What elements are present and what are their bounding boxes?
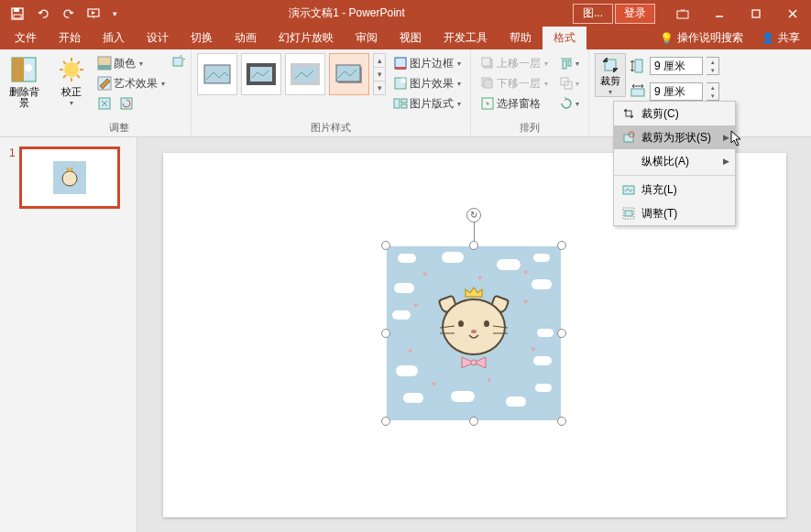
resize-handle-bl[interactable] [381, 417, 390, 426]
ribbon-options-button[interactable] [664, 0, 701, 27]
resize-handle-tr[interactable] [557, 241, 566, 250]
menu-aspect-ratio[interactable]: 纵横比(A) ▶ [614, 149, 735, 173]
selected-picture[interactable]: ♥ ♥ ♥ ♥ ♥ ♥ ♥ ♥ ♥ [387, 246, 561, 420]
style-simple-frame[interactable] [197, 53, 237, 95]
resize-handle-tl[interactable] [381, 241, 390, 250]
tab-help[interactable]: 帮助 [499, 27, 542, 49]
corrections-icon [57, 55, 86, 84]
maximize-button[interactable] [738, 0, 774, 27]
height-spinner[interactable]: ▴▾ [707, 57, 719, 75]
corrections-button[interactable]: 校正 ▾ [53, 53, 90, 117]
svg-rect-44 [484, 80, 492, 88]
quick-access-toolbar: ▾ [0, 2, 121, 26]
change-picture-icon[interactable] [172, 55, 185, 68]
menu-crop[interactable]: 裁剪(C) [614, 102, 735, 125]
svg-point-12 [64, 62, 79, 77]
start-from-beginning-button[interactable] [82, 2, 106, 26]
svg-rect-35 [395, 67, 406, 70]
color-button[interactable]: 颜色▾ [93, 53, 169, 73]
crop-button[interactable]: 裁剪 ▾ [595, 53, 626, 97]
svg-rect-26 [173, 58, 182, 66]
slide-1-thumbnail[interactable] [19, 147, 120, 209]
width-input[interactable]: 9 厘米 [650, 82, 703, 101]
remove-background-button[interactable]: 删除背景 [5, 53, 42, 117]
picture-tools-context-tab[interactable]: 图... [573, 4, 613, 24]
style-beveled-matte[interactable] [241, 53, 281, 95]
save-button[interactable] [5, 2, 29, 26]
login-button[interactable]: 登录 [615, 4, 655, 24]
compress-reset-buttons[interactable] [93, 93, 169, 114]
tab-home[interactable]: 开始 [48, 27, 92, 49]
resize-handle-mr[interactable] [557, 329, 566, 338]
svg-line-18 [77, 75, 80, 78]
crop-shape-icon [621, 130, 636, 145]
svg-line-19 [63, 75, 66, 78]
minimize-button[interactable] [701, 0, 738, 27]
tab-file[interactable]: 文件 [4, 27, 48, 49]
picture-layout-button[interactable]: 图片版式▾ [389, 93, 465, 114]
menu-fill[interactable]: 填充(L) [614, 178, 735, 201]
svg-rect-42 [482, 58, 490, 66]
tab-developer[interactable]: 开发工具 [433, 27, 499, 49]
redo-button[interactable] [57, 2, 81, 26]
selection-pane-icon [480, 96, 495, 111]
share-button[interactable]: 👤 共享 [751, 27, 811, 49]
tab-format[interactable]: 格式 [542, 27, 586, 49]
rotation-handle[interactable]: ↻ [466, 208, 481, 223]
style-drop-shadow[interactable] [329, 53, 369, 95]
selection-pane-button[interactable]: 选择窗格 [477, 93, 552, 114]
resize-handle-bm[interactable] [469, 417, 478, 426]
close-button[interactable] [774, 0, 811, 27]
width-spinner[interactable]: ▴▾ [707, 82, 719, 101]
height-row: 9 厘米 ▴▾ [630, 55, 719, 77]
svg-rect-4 [677, 11, 688, 18]
rotate-button[interactable]: ▾ [555, 93, 583, 114]
tell-me-search[interactable]: 💡 操作说明搜索 [652, 27, 751, 49]
artistic-effects-button[interactable]: 艺术效果▾ [93, 73, 169, 93]
artistic-icon [97, 76, 112, 91]
resize-handle-tm[interactable] [469, 241, 478, 250]
group-adjust: 校正 ▾ 颜色▾ 艺术效果▾ 调整 [48, 49, 192, 136]
slide-number: 1 [9, 147, 16, 209]
tab-transitions[interactable]: 切换 [180, 27, 224, 49]
resize-handle-ml[interactable] [381, 329, 390, 338]
undo-button[interactable] [31, 2, 55, 26]
tab-insert[interactable]: 插入 [92, 27, 136, 49]
reset-icon [119, 96, 134, 111]
title-bar: ▾ 演示文稿1 - PowerPoint 图... 登录 [0, 0, 811, 27]
menu-crop-to-shape[interactable]: 裁剪为形状(S) ▶ [614, 125, 735, 149]
tab-design[interactable]: 设计 [136, 27, 180, 49]
tell-me-label: 操作说明搜索 [677, 30, 743, 46]
gallery-scroll[interactable]: ▴▾▾ [373, 53, 386, 95]
align-button[interactable]: ▾ [555, 53, 583, 73]
share-icon: 👤 [762, 32, 774, 44]
svg-rect-1 [14, 8, 19, 12]
height-input[interactable]: 9 厘米 [650, 57, 703, 75]
svg-rect-48 [568, 60, 571, 66]
compress-icon [97, 96, 112, 111]
style-metal-frame[interactable] [285, 53, 325, 95]
menu-fit[interactable]: 调整(T) [614, 201, 735, 225]
qat-customize-button[interactable]: ▾ [108, 2, 121, 26]
send-backward-button: 下移一层▾ [477, 73, 552, 93]
slide-thumbnail-panel[interactable]: 1 [0, 137, 137, 532]
lightbulb-icon: 💡 [660, 32, 674, 45]
picture-border-button[interactable]: 图片边框▾ [389, 53, 465, 73]
svg-rect-47 [563, 60, 566, 69]
svg-rect-31 [293, 66, 317, 82]
picture-styles-gallery[interactable]: ▴▾▾ [197, 53, 386, 95]
svg-rect-22 [98, 65, 111, 70]
svg-line-62 [440, 326, 455, 328]
svg-rect-6 [752, 10, 760, 17]
svg-rect-38 [394, 99, 400, 108]
tab-view[interactable]: 视图 [389, 27, 433, 49]
tab-review[interactable]: 审阅 [345, 27, 389, 49]
tab-slideshow[interactable]: 幻灯片放映 [268, 27, 345, 49]
group-picture-styles: ▴▾▾ 图片边框▾ 图片效果▾ 图片版式▾ 图片样式 [192, 49, 471, 136]
svg-point-11 [25, 64, 32, 71]
tab-animations[interactable]: 动画 [224, 27, 268, 49]
svg-line-64 [493, 326, 508, 328]
picture-effects-button[interactable]: 图片效果▾ [389, 73, 465, 93]
resize-handle-br[interactable] [557, 417, 566, 426]
window-title: 演示文稿1 - PowerPoint [121, 5, 573, 21]
